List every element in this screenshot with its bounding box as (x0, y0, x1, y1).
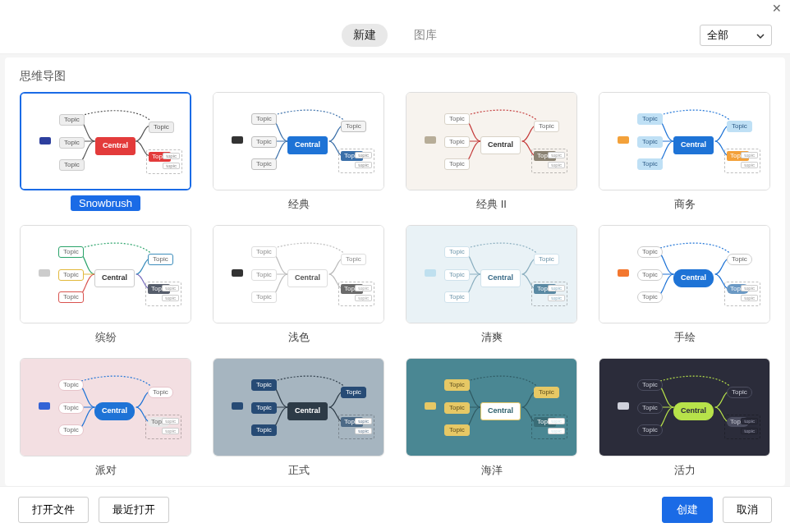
filter-dropdown[interactable]: 全部 (700, 25, 772, 46)
template-label: 正式 (280, 461, 318, 479)
sub-topic: topic (163, 163, 180, 169)
template-label: 经典 II (468, 195, 515, 213)
open-file-button[interactable]: 打开文件 (18, 497, 89, 523)
topic-node: Topic (58, 402, 84, 414)
sub-topic: topic (741, 295, 758, 301)
template-ocean[interactable]: Central Topic Topic Topic Topic Topic to… (406, 358, 577, 484)
topic-node: Topic (637, 379, 663, 391)
template-label: 手绘 (666, 328, 704, 346)
topic-group: Topic topic topic (531, 149, 567, 173)
floating-node (425, 402, 436, 410)
template-thumbnail: Central Topic Topic Topic Topic Topic to… (599, 225, 770, 323)
topic-node: Topic (444, 424, 470, 436)
topic-node: Topic (251, 269, 277, 281)
topic-node: Topic (341, 254, 366, 265)
template-gallery: 思维导图 Central Topic Topic Topic Topic Top… (5, 57, 785, 486)
central-node: Central (673, 402, 714, 420)
sub-topic: topic (163, 153, 180, 159)
topic-node: Topic (251, 402, 277, 414)
close-icon[interactable]: ✕ (772, 0, 782, 16)
central-node: Central (673, 269, 714, 287)
recent-button[interactable]: 最近打开 (99, 497, 169, 523)
template-colorful[interactable]: Central Topic Topic Topic Topic Topic to… (20, 225, 191, 351)
template-thumbnail: Central Topic Topic Topic Topic Topic to… (213, 92, 384, 190)
template-thumbnail: Central Topic Topic Topic Topic Topic to… (406, 92, 577, 190)
sub-topic: topic (741, 285, 758, 291)
topic-node: Topic (58, 246, 84, 258)
template-business[interactable]: Central Topic Topic Topic Topic Topic to… (599, 92, 770, 218)
cancel-button[interactable]: 取消 (723, 497, 772, 523)
template-party[interactable]: Central Topic Topic Topic Topic Topic to… (20, 358, 191, 484)
filter-label: 全部 (707, 28, 728, 43)
sub-topic: topic (548, 428, 565, 434)
topic-node: Topic (444, 113, 470, 125)
template-vitality[interactable]: Central Topic Topic Topic Topic Topic to… (599, 358, 770, 484)
template-thumbnail: Central Topic Topic Topic Topic Topic to… (599, 92, 770, 190)
topic-node: Topic (727, 121, 752, 132)
sub-topic: topic (355, 162, 372, 168)
topic-node: Topic (444, 291, 470, 303)
topic-group: Topic topic topic (724, 415, 760, 439)
topic-node: Topic (59, 159, 85, 171)
template-classic2[interactable]: Central Topic Topic Topic Topic Topic to… (406, 92, 577, 218)
template-snowbrush[interactable]: Central Topic Topic Topic Topic Topic to… (20, 92, 191, 218)
topic-node: Topic (251, 113, 277, 125)
header: 新建图库 全部 (0, 16, 790, 54)
central-node: Central (673, 136, 714, 154)
template-classic[interactable]: Central Topic Topic Topic Topic Topic to… (213, 92, 384, 218)
central-node: Central (94, 402, 135, 420)
topic-node: Topic (58, 291, 84, 303)
template-thumbnail: Central Topic Topic Topic Topic Topic to… (213, 358, 384, 456)
topic-group: Topic topic topic (531, 282, 567, 306)
tab-gallery[interactable]: 图库 (402, 24, 448, 47)
central-node: Central (95, 137, 135, 155)
topic-node: Topic (58, 379, 84, 391)
template-formal[interactable]: Central Topic Topic Topic Topic Topic to… (213, 358, 384, 484)
topic-group: Topic topic topic (145, 282, 181, 306)
topic-node: Topic (534, 387, 559, 398)
template-light[interactable]: Central Topic Topic Topic Topic Topic to… (213, 225, 384, 351)
floating-node (39, 269, 50, 277)
topic-node: Topic (58, 269, 84, 281)
central-node: Central (287, 402, 328, 420)
central-node: Central (480, 269, 521, 287)
topic-group: Topic topic topic (724, 149, 760, 173)
template-label: 经典 (280, 195, 318, 213)
sub-topic: topic (548, 152, 565, 158)
template-sketch[interactable]: Central Topic Topic Topic Topic Topic to… (599, 225, 770, 351)
topic-node: Topic (534, 121, 559, 132)
topic-node: Topic (727, 254, 752, 265)
topic-node: Topic (727, 387, 752, 398)
template-label: 活力 (666, 461, 704, 479)
template-fresh[interactable]: Central Topic Topic Topic Topic Topic to… (406, 225, 577, 351)
topic-group: Topic topic topic (145, 415, 181, 439)
topic-node: Topic (444, 136, 470, 148)
template-thumbnail: Central Topic Topic Topic Topic Topic to… (406, 225, 577, 323)
topic-node: Topic (251, 136, 277, 148)
floating-node (39, 137, 51, 144)
topic-node: Topic (637, 158, 663, 170)
central-node: Central (480, 402, 521, 420)
sub-topic: topic (355, 152, 372, 158)
section-title: 思维导图 (20, 69, 770, 84)
topic-node: Topic (444, 246, 470, 258)
topic-node: Topic (637, 402, 663, 414)
central-node: Central (94, 269, 135, 287)
create-button[interactable]: 创建 (662, 497, 713, 523)
topic-node: Topic (637, 246, 663, 258)
topic-node: Topic (251, 424, 277, 436)
tab-new[interactable]: 新建 (342, 24, 388, 47)
topic-node: Topic (59, 114, 85, 126)
sub-topic: topic (741, 162, 758, 168)
sub-topic: topic (162, 418, 179, 424)
sub-topic: topic (162, 295, 179, 301)
title-bar: ✕ (0, 0, 790, 16)
floating-node (425, 136, 436, 144)
topic-node: Topic (149, 122, 174, 133)
template-thumbnail: Central Topic Topic Topic Topic Topic to… (213, 225, 384, 323)
floating-node (232, 136, 243, 144)
sub-topic: topic (548, 418, 565, 424)
topic-node: Topic (534, 254, 559, 265)
template-label: 商务 (666, 195, 704, 213)
topic-node: Topic (251, 291, 277, 303)
